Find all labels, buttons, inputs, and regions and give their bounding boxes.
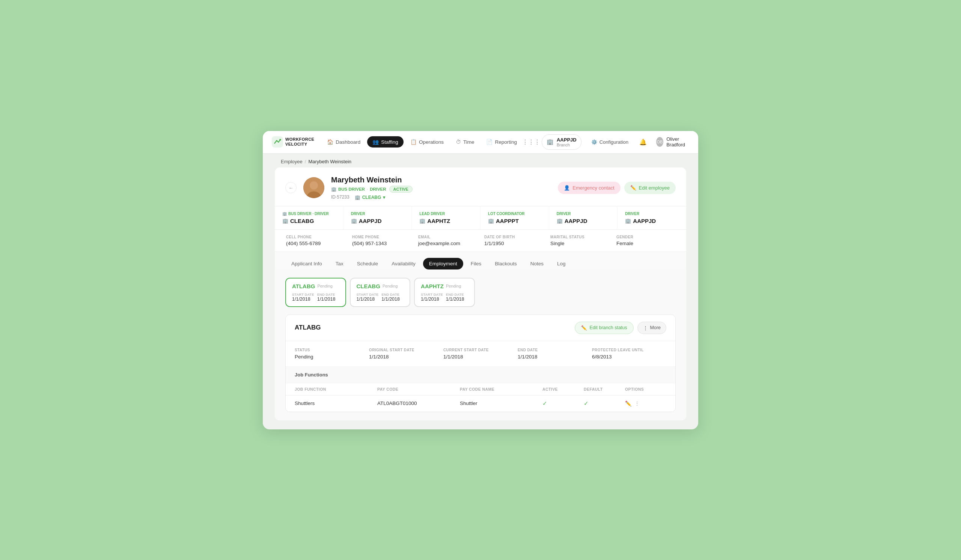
branch-tab-atlabg[interactable]: ATLABG Pending START DATE 1/1/2018 END D… xyxy=(285,278,346,307)
tab-tax[interactable]: Tax xyxy=(329,258,349,270)
dashboard-icon: 🏠 xyxy=(327,139,333,145)
assign-branch-4[interactable]: 🏢 AAPPJD xyxy=(557,218,610,224)
config-button[interactable]: ⚙️ Configuration xyxy=(586,136,634,148)
grid-icon[interactable]: ⋮⋮⋮ xyxy=(525,136,537,148)
contact-email: EMAIL joe@example.com xyxy=(415,235,480,246)
assign-type-2: LEAD DRIVER xyxy=(419,212,472,216)
nav-right: ⋮⋮⋮ 🏢 AAPPJD Branch ⚙️ Configuration 🔔 O… xyxy=(525,134,694,150)
contact-gender: GENDER Female xyxy=(612,235,679,246)
branch-icon-0: 🏢 xyxy=(282,218,288,224)
profile-info: Marybeth Weinstein 🏢 BUS DRIVER · DRIVER… xyxy=(331,176,551,200)
assign-type-0: 🏢 BUS DRIVER · DRIVER xyxy=(282,212,336,216)
nav-staffing[interactable]: 👥 Staffing xyxy=(367,136,403,148)
contact-cell-phone: CELL PHONE (404) 555-6789 xyxy=(282,235,349,246)
branch-tabs: ATLABG Pending START DATE 1/1/2018 END D… xyxy=(285,278,676,307)
avatar-image xyxy=(303,177,324,198)
edit-employee-button[interactable]: ✏️ Edit employee xyxy=(624,182,676,194)
svg-point-3 xyxy=(310,181,318,189)
profile-id: ID·57233 xyxy=(331,194,349,200)
jf-table-header: JOB FUNCTION PAY CODE PAY CODE NAME ACTI… xyxy=(286,383,675,396)
nav-items: 🏠 Dashboard 👥 Staffing 📋 Operations ⏱ Ti… xyxy=(322,136,522,148)
profile-actions: 👤 Emergency contact ✏️ Edit employee xyxy=(558,182,676,194)
branch-chevron-icon: ▾ xyxy=(383,195,385,200)
tab-schedule[interactable]: Schedule xyxy=(351,258,384,270)
nav-time[interactable]: ⏱ Time xyxy=(450,136,480,148)
edit-branch-icon: ✏️ xyxy=(581,325,587,331)
assign-type-4: DRIVER xyxy=(557,212,610,216)
tab-blackouts[interactable]: Blackouts xyxy=(489,258,523,270)
svg-rect-0 xyxy=(272,136,283,148)
jf-options: ✏️ ⋮ xyxy=(625,401,666,406)
logo[interactable]: WORKFORCE VELOCITY xyxy=(272,136,314,148)
status-cell-end-date: END DATE 1/1/2018 xyxy=(517,348,592,359)
table-row: Shuttlers ATL0ABGT01000 Shuttler ✓ ✓ ✏️ xyxy=(286,396,675,412)
breadcrumb-current: Marybeth Weinstein xyxy=(308,159,351,164)
assign-branch-5[interactable]: 🏢 AAPPJD xyxy=(625,218,679,224)
logo-text: WORKFORCE VELOCITY xyxy=(285,137,314,147)
avatar: OB xyxy=(656,137,663,147)
user-menu[interactable]: OB Oliver Bradford xyxy=(652,134,694,149)
back-button[interactable]: ← xyxy=(285,182,297,193)
status-cell-protected-leave: PROTECTED LEAVE UNTIL 6/8/2013 xyxy=(592,348,666,359)
time-icon: ⏱ xyxy=(456,139,461,145)
branch-detail: ATLABG ✏️ Edit branch status ⋮ More xyxy=(285,314,676,412)
edit-branch-status-button[interactable]: ✏️ Edit branch status xyxy=(575,322,633,334)
jf-col-pay-code: PAY CODE xyxy=(377,387,460,392)
profile-header: ← Marybeth Weinstein 🏢 BUS DRIVER · xyxy=(275,167,686,207)
jf-pay-code: ATL0ABGT01000 xyxy=(377,401,460,406)
nav-reporting[interactable]: 📄 Reporting xyxy=(481,136,522,148)
tab-employment[interactable]: Employment xyxy=(423,258,463,270)
assignment-cell-1: DRIVER 🏢 AAPPJD xyxy=(344,207,412,229)
branch-icon-1: 🏢 xyxy=(351,218,357,224)
tab-applicant-info[interactable]: Applicant Info xyxy=(285,258,328,270)
nav-dashboard[interactable]: 🏠 Dashboard xyxy=(322,136,366,148)
jf-edit-button[interactable]: ✏️ xyxy=(625,401,632,406)
default-check-icon: ✓ xyxy=(584,400,589,406)
emergency-contact-button[interactable]: 👤 Emergency contact xyxy=(558,182,620,194)
navbar: WORKFORCE VELOCITY 🏠 Dashboard 👥 Staffin… xyxy=(263,131,698,154)
assign-branch-3[interactable]: 🏢 AAPPPT xyxy=(488,218,541,224)
tab-availability[interactable]: Availability xyxy=(386,258,421,270)
assign-type-1: DRIVER xyxy=(351,212,404,216)
branch-tab-aaphtz[interactable]: AAPHTZ Pending START DATE 1/1/2018 END D… xyxy=(414,278,475,307)
profile-tags: 🏢 BUS DRIVER · DRIVER ACTIVE xyxy=(331,186,551,193)
jf-col-pay-code-name: PAY CODE NAME xyxy=(460,387,542,392)
branch-icon-3: 🏢 xyxy=(488,218,494,224)
tab-log[interactable]: Log xyxy=(551,258,572,270)
status-row: STATUS Pending ORIGINAL START DATE 1/1/2… xyxy=(286,341,675,367)
role-icon: 🏢 xyxy=(331,186,336,192)
assign-type-5: DRIVER xyxy=(625,212,679,216)
branch-tab-cleabg[interactable]: CLEABG Pending START DATE 1/1/2018 END D… xyxy=(350,278,411,307)
assignment-cell-2: LEAD DRIVER 🏢 AAPHTZ xyxy=(412,207,480,229)
assign-branch-2[interactable]: 🏢 AAPHTZ xyxy=(419,218,472,224)
assignment-cell-5: DRIVER 🏢 AAPPJD xyxy=(617,207,686,229)
jf-active: ✓ xyxy=(542,400,584,407)
breadcrumb-separator: / xyxy=(305,159,306,164)
profile-branch[interactable]: 🏢 CLEABG ▾ xyxy=(355,195,386,200)
assign-icon-0: 🏢 xyxy=(282,212,287,216)
profile-name: Marybeth Weinstein xyxy=(331,176,551,184)
branch-selector[interactable]: 🏢 AAPPJD Branch xyxy=(542,134,582,150)
assign-branch-1[interactable]: 🏢 AAPPJD xyxy=(351,218,404,224)
tab-notes[interactable]: Notes xyxy=(524,258,550,270)
breadcrumb-parent[interactable]: Employee xyxy=(281,159,302,164)
jf-pay-code-name: Shuttler xyxy=(460,401,542,406)
more-icon: ⋮ xyxy=(643,325,648,331)
job-functions-section: Job Functions JOB FUNCTION PAY CODE PAY … xyxy=(286,367,675,412)
nav-operations[interactable]: 📋 Operations xyxy=(405,136,449,148)
tabs-row: Applicant Info Tax Schedule Availability… xyxy=(275,252,686,270)
notifications-button[interactable]: 🔔 xyxy=(638,135,648,148)
tab-files[interactable]: Files xyxy=(465,258,488,270)
jf-col-active: ACTIVE xyxy=(542,387,584,392)
reporting-icon: 📄 xyxy=(486,139,493,145)
svg-point-1 xyxy=(279,139,281,141)
job-functions-header: Job Functions xyxy=(286,367,675,383)
assign-branch-0[interactable]: 🏢 CLEABG xyxy=(282,218,336,224)
branch-icon-5: 🏢 xyxy=(625,218,631,224)
emergency-icon: 👤 xyxy=(564,185,570,191)
main-card: ← Marybeth Weinstein 🏢 BUS DRIVER · xyxy=(275,167,686,420)
branch-icon: 🏢 xyxy=(546,138,554,145)
jf-more-button[interactable]: ⋮ xyxy=(635,401,640,406)
more-button[interactable]: ⋮ More xyxy=(637,322,666,334)
profile-avatar xyxy=(303,177,324,198)
